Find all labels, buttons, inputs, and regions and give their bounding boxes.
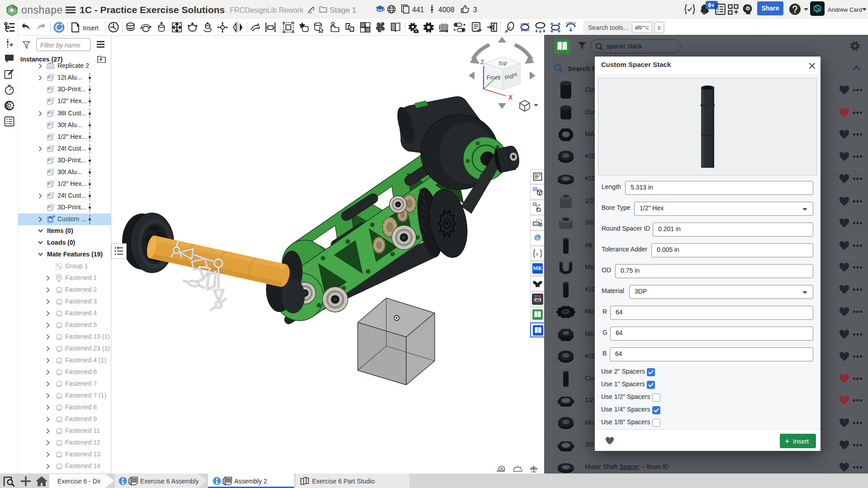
svg-text:Z: Z — [480, 58, 484, 66]
svg-text:X: X — [508, 94, 513, 101]
svg-text:x: x — [536, 251, 538, 256]
svg-text:Top: Top — [498, 60, 508, 67]
